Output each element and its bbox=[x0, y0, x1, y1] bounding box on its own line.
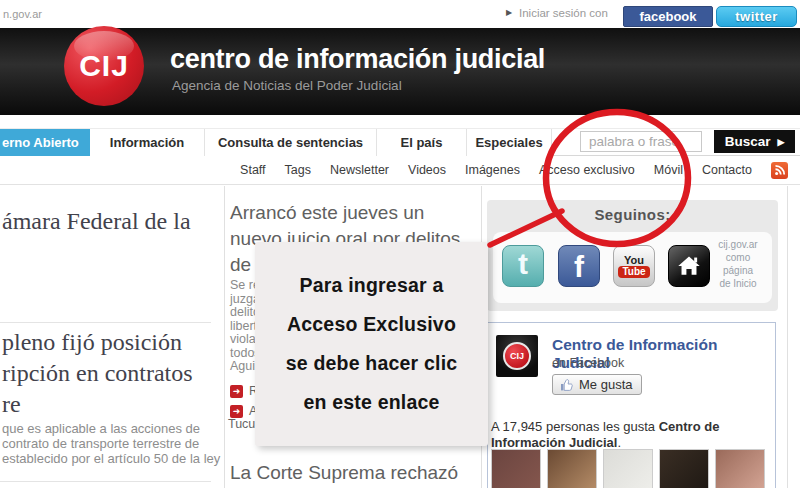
youtube-glyph: You bbox=[624, 255, 644, 266]
fan-photo[interactable] bbox=[603, 449, 653, 488]
tooltip-line: Para ingresar a bbox=[300, 266, 444, 305]
site-url: n.gov.ar bbox=[3, 8, 42, 20]
youtube-glyph: Tube bbox=[618, 266, 649, 278]
secnav-contacto[interactable]: Contacto bbox=[702, 163, 752, 177]
tooltip-line: se debe hacer clic bbox=[286, 344, 458, 383]
tab-informacion[interactable]: Información bbox=[90, 129, 205, 156]
search-arrow-icon: ▶ bbox=[777, 137, 784, 147]
cij-avatar-logo: CIJ bbox=[503, 342, 531, 370]
twitter-glyph: t bbox=[518, 247, 528, 281]
secnav-newsletter[interactable]: Newsletter bbox=[330, 163, 389, 177]
rss-icon[interactable] bbox=[771, 162, 788, 179]
likes-count-text: A 17,945 personas les gusta Centro de In… bbox=[491, 419, 772, 450]
caption-line: página bbox=[709, 264, 767, 277]
caption-line: de Inicio bbox=[709, 277, 767, 290]
tab-gobierno-abierto[interactable]: erno Abierto bbox=[0, 129, 90, 156]
excerpt-line: contrato de transporte terrestre de bbox=[2, 436, 220, 451]
twitter-login-button[interactable]: twitter bbox=[716, 6, 797, 27]
login-arrow-icon: ▶ bbox=[506, 8, 512, 17]
article-divider bbox=[0, 481, 211, 482]
twitter-icon[interactable]: t bbox=[502, 245, 544, 287]
facebook-network-label: en Facebook bbox=[552, 356, 624, 370]
cij-logo-text: CIJ bbox=[79, 49, 129, 83]
headline-line: ripción en contratos bbox=[2, 358, 193, 389]
red-arrow-icon: ➜ bbox=[230, 405, 243, 418]
article-divider bbox=[0, 322, 211, 323]
login-label: Iniciar sesión con bbox=[519, 7, 608, 19]
home-icon[interactable] bbox=[668, 245, 710, 287]
cij-logo[interactable]: CIJ bbox=[64, 26, 144, 106]
fan-photo[interactable] bbox=[715, 449, 765, 488]
facebook-icon[interactable]: f bbox=[558, 245, 600, 287]
headline-line: pleno fijó posición bbox=[2, 327, 193, 358]
seguinos-title: Seguinos: bbox=[487, 206, 778, 223]
fan-photo[interactable] bbox=[547, 449, 597, 488]
secnav-acceso-exclusivo[interactable]: Acceso exclusivo bbox=[539, 163, 635, 177]
headline-pleno-fijo-posicion[interactable]: pleno fijó posición ripción en contratos… bbox=[2, 327, 193, 420]
thumb-up-icon bbox=[560, 378, 574, 392]
headline-line: re bbox=[2, 389, 193, 420]
me-gusta-button[interactable]: Me gusta bbox=[552, 374, 642, 395]
secnav-videos[interactable]: Videos bbox=[408, 163, 446, 177]
tab-el-pais[interactable]: El país bbox=[377, 129, 467, 156]
article-excerpt: que es aplicable a las acciones de contr… bbox=[2, 421, 220, 466]
page: n.gov.ar ▶ Iniciar sesión con facebook t… bbox=[0, 0, 800, 488]
search-button-label: Buscar bbox=[725, 134, 771, 149]
facebook-glyph: f bbox=[574, 250, 584, 284]
fan-photo[interactable] bbox=[659, 449, 709, 488]
me-gusta-label: Me gusta bbox=[579, 377, 632, 392]
homepage-caption: cij.gov.ar como página de Inicio bbox=[709, 238, 767, 290]
seguinos-box: Seguinos: t f You Tube cij.gov.ar como p… bbox=[487, 200, 778, 311]
secnav-tags[interactable]: Tags bbox=[285, 163, 311, 177]
tooltip-line: en este enlace bbox=[303, 383, 439, 422]
caption-line: como bbox=[709, 251, 767, 264]
caption-line: cij.gov.ar bbox=[709, 238, 767, 251]
excerpt-line: establecido por el artículo 50 de la ley bbox=[2, 451, 220, 466]
annotation-tooltip: Para ingresar a Acceso Exclusivo se debe… bbox=[255, 242, 488, 446]
fan-photo[interactable] bbox=[491, 449, 541, 488]
site-title: centro de información judicial bbox=[170, 44, 545, 75]
fan-photos-row bbox=[491, 449, 765, 488]
red-arrow-icon: ➜ bbox=[230, 385, 243, 398]
site-header: CIJ centro de información judicial Agenc… bbox=[0, 28, 800, 115]
search-input[interactable] bbox=[580, 131, 702, 152]
youtube-icon[interactable]: You Tube bbox=[613, 245, 655, 287]
excerpt-line: que es aplicable a las acciones de bbox=[2, 421, 220, 436]
headline-line: Arrancó este jueves un bbox=[230, 200, 460, 226]
tooltip-line: Acceso Exclusivo bbox=[287, 305, 456, 344]
house-glyph bbox=[676, 253, 702, 279]
facebook-login-button[interactable]: facebook bbox=[623, 6, 713, 27]
tab-consulta-de-sentencias[interactable]: Consulta de sentencias bbox=[205, 129, 377, 156]
tab-especiales[interactable]: Especiales bbox=[467, 129, 552, 156]
secnav-imagenes[interactable]: Imágenes bbox=[465, 163, 520, 177]
secondary-nav: Staff Tags Newsletter Videos Imágenes Ac… bbox=[0, 156, 800, 185]
site-subtitle: Agencia de Noticias del Poder Judicial bbox=[172, 78, 402, 93]
headline-camara-federal[interactable]: ámara Federal de la bbox=[2, 206, 191, 237]
facebook-widget: CIJ Centro de Información Judicial en Fa… bbox=[487, 322, 776, 488]
headline-corte-suprema[interactable]: La Corte Suprema rechazó bbox=[230, 460, 458, 485]
divider-right-edge bbox=[787, 186, 788, 488]
divider-left-center bbox=[224, 186, 225, 488]
search-button[interactable]: Buscar ▶ bbox=[714, 130, 795, 153]
facebook-page-avatar[interactable]: CIJ bbox=[496, 335, 538, 377]
secnav-staff[interactable]: Staff bbox=[240, 163, 265, 177]
secnav-movil[interactable]: Móvil bbox=[654, 163, 683, 177]
